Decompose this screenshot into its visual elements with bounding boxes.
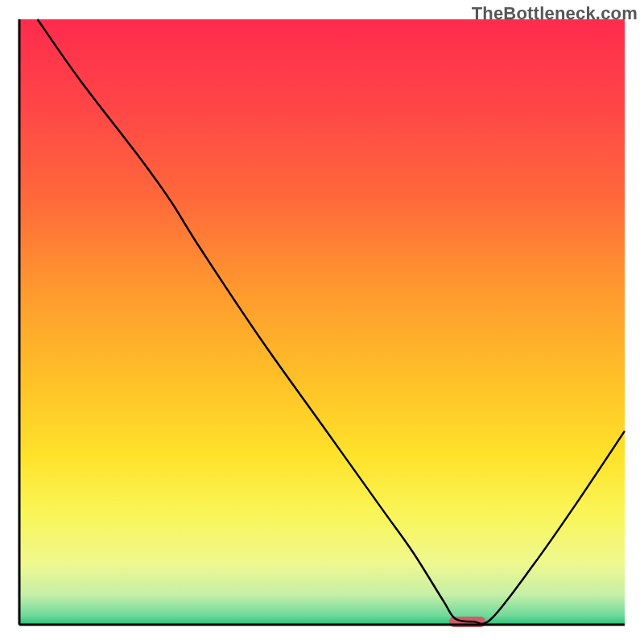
bottleneck-chart <box>0 0 644 644</box>
plot-background <box>19 19 625 625</box>
chart-container: TheBottleneck.com <box>0 0 644 644</box>
watermark-text: TheBottleneck.com <box>472 3 638 24</box>
